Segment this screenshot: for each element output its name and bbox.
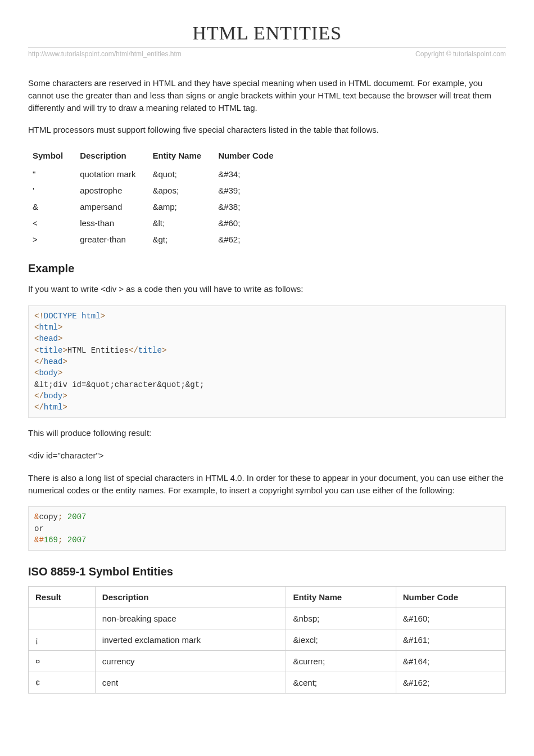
table-row: ¢cent&cent;&#162; xyxy=(29,672,506,694)
cell-code: &#34; xyxy=(214,166,286,182)
table-row: 'apostrophe&apos;&#39; xyxy=(28,182,286,199)
table-row: <less-than&lt;&#60; xyxy=(28,215,286,231)
table-row: ¡inverted exclamation mark&iexcl;&#161; xyxy=(29,629,506,651)
longlist-paragraph: There is also a long list of special cha… xyxy=(28,472,506,497)
table-row: &ampersand&amp;&#38; xyxy=(28,199,286,215)
col-entity-name: Entity Name xyxy=(148,146,214,166)
cell-code: &#39; xyxy=(214,182,286,199)
cell-desc: less-than xyxy=(75,215,148,231)
cell-entity: &curren; xyxy=(286,651,396,672)
cell-entity: &cent; xyxy=(286,672,396,694)
cell-desc: greater-than xyxy=(75,231,148,248)
cell-desc: cent xyxy=(95,672,286,694)
cell-symbol: & xyxy=(28,199,75,215)
table-row: non-breaking space&nbsp;&#160; xyxy=(29,608,506,629)
cell-code: &#62; xyxy=(214,231,286,248)
table-header-row: Symbol Description Entity Name Number Co… xyxy=(28,146,286,166)
code-block-2: &copy; 2007 or &#169; 2007 xyxy=(28,506,506,551)
cell-entity: &quot; xyxy=(148,166,214,182)
cell-desc: ampersand xyxy=(75,199,148,215)
cell-code: &#60; xyxy=(214,215,286,231)
cell-code: &#38; xyxy=(214,199,286,215)
cell-entity: &lt; xyxy=(148,215,214,231)
code-block-1: <!DOCTYPE html> <html> <head> <title>HTM… xyxy=(28,305,506,418)
cell-symbol: ' xyxy=(28,182,75,199)
col-description: Description xyxy=(75,146,148,166)
cell-desc: inverted exclamation mark xyxy=(95,629,286,651)
cell-desc: non-breaking space xyxy=(95,608,286,629)
table-row: ¤currency&curren;&#164; xyxy=(29,651,506,672)
result-output: <div id="character"> xyxy=(28,449,506,462)
iso-heading: ISO 8859-1 Symbol Entities xyxy=(28,565,506,578)
col-number-code: Number Code xyxy=(396,587,505,608)
col-symbol: Symbol xyxy=(28,146,75,166)
result-lead: This will produce following result: xyxy=(28,427,506,439)
example-heading: Example xyxy=(28,262,506,275)
col-result: Result xyxy=(29,587,96,608)
cell-code: &#161; xyxy=(396,629,505,651)
cell-code: &#164; xyxy=(396,651,505,672)
cell-entity: &iexcl; xyxy=(286,629,396,651)
col-description: Description xyxy=(95,587,286,608)
col-entity-name: Entity Name xyxy=(286,587,396,608)
divider xyxy=(28,47,506,48)
table-row: >greater-than&gt;&#62; xyxy=(28,231,286,248)
cell-result xyxy=(29,608,96,629)
source-url[interactable]: http://www.tutorialspoint.com/html/html_… xyxy=(28,50,182,58)
cell-entity: &nbsp; xyxy=(286,608,396,629)
col-number-code: Number Code xyxy=(214,146,286,166)
copyright: Copyright © tutorialspoint.com xyxy=(415,50,506,58)
cell-symbol: < xyxy=(28,215,75,231)
cell-code: &#162; xyxy=(396,672,505,694)
cell-result: ¡ xyxy=(29,629,96,651)
cell-desc: quotation mark xyxy=(75,166,148,182)
cell-symbol: > xyxy=(28,231,75,248)
intro-paragraph-1: Some characters are reserved in HTML and… xyxy=(28,77,506,114)
cell-entity: &amp; xyxy=(148,199,214,215)
iso-table: Result Description Entity Name Number Co… xyxy=(28,586,506,694)
cell-symbol: " xyxy=(28,166,75,182)
cell-result: ¤ xyxy=(29,651,96,672)
example-lead: If you want to write <div > as a code th… xyxy=(28,283,506,295)
cell-code: &#160; xyxy=(396,608,505,629)
cell-result: ¢ xyxy=(29,672,96,694)
cell-entity: &apos; xyxy=(148,182,214,199)
table-header-row: Result Description Entity Name Number Co… xyxy=(29,587,506,608)
cell-desc: apostrophe xyxy=(75,182,148,199)
entities-table: Symbol Description Entity Name Number Co… xyxy=(28,146,286,248)
cell-desc: currency xyxy=(95,651,286,672)
page-title: HTML ENTITIES xyxy=(28,22,506,44)
cell-entity: &gt; xyxy=(148,231,214,248)
intro-paragraph-2: HTML processors must support following f… xyxy=(28,124,506,136)
table-row: "quotation mark&quot;&#34; xyxy=(28,166,286,182)
